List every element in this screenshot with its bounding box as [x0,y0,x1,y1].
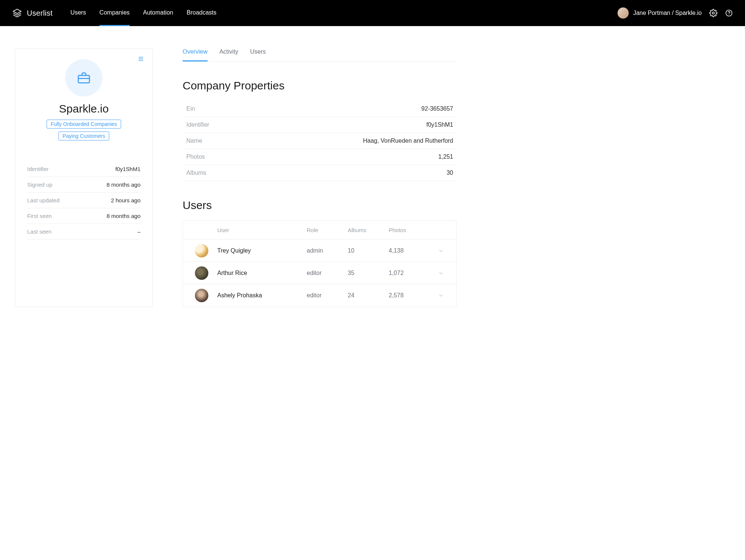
meta-label: First seen [27,213,52,219]
nav-automation[interactable]: Automation [143,0,173,26]
card-menu-button[interactable] [138,56,144,64]
property-value: f0y1ShM1 [426,121,453,128]
help-icon [725,9,733,17]
meta-row: Identifier f0y1ShM1 [27,161,141,177]
property-row: Identifier f0y1ShM1 [183,117,457,133]
user-role: editor [307,292,348,299]
company-avatar [27,59,141,97]
svg-rect-6 [78,75,89,83]
property-value: 1,251 [438,154,453,160]
tab-activity[interactable]: Activity [220,48,239,61]
tag-onboarded[interactable]: Fully Onboarded Companies [47,120,121,129]
col-albums: Albums [348,227,389,233]
property-value: 30 [446,170,453,176]
user-albums: 24 [348,292,389,299]
property-value: Haag, VonRueden and Rutherford [363,137,453,144]
nav-users[interactable]: Users [70,0,86,26]
company-tabs: Overview Activity Users [183,48,457,61]
company-name: Sparkle.io [27,102,141,115]
svg-point-2 [729,15,729,15]
nav-broadcasts[interactable]: Broadcasts [187,0,217,26]
users-table: User Role Albums Photos Trey Quigley adm… [183,221,457,307]
user-role: admin [307,247,348,254]
user-row[interactable]: Arthur Rice editor 35 1,072 [183,262,457,284]
expand-button[interactable] [430,248,452,254]
logo[interactable]: Userlist [12,8,53,18]
meta-value: 8 months ago [107,213,141,219]
tab-overview[interactable]: Overview [183,48,208,61]
gear-icon [709,9,717,17]
expand-button[interactable] [430,270,452,276]
meta-label: Last updated [27,197,60,203]
tag-paying[interactable]: Paying Customers [59,132,109,140]
meta-label: Identifier [27,166,49,172]
user-row[interactable]: Trey Quigley admin 10 4,138 [183,240,457,262]
avatar-icon [618,7,629,19]
svg-point-0 [712,12,714,14]
property-label: Albums [186,170,206,176]
brand-name: Userlist [27,9,53,18]
properties-title: Company Properties [183,79,457,92]
chevron-down-icon [438,248,444,254]
user-photos: 2,578 [389,292,430,299]
col-user: User [217,227,307,233]
properties-list: Ein 92-3653657 Identifier f0y1ShM1 Name … [183,101,457,181]
current-user-text: Jane Portman / Sparkle.io [633,10,702,16]
meta-value: f0y1ShM1 [115,166,141,172]
top-nav: Userlist Users Companies Automation Broa… [0,0,745,26]
meta-value: 2 hours ago [111,197,141,203]
property-row: Photos 1,251 [183,149,457,165]
property-row: Ein 92-3653657 [183,101,457,117]
user-photos: 1,072 [389,270,430,276]
meta-label: Last seen [27,228,51,235]
avatar-icon [195,289,208,302]
users-table-header: User Role Albums Photos [183,221,457,240]
user-name: Ashely Prohaska [217,292,307,299]
layers-icon [12,8,22,18]
nav-companies[interactable]: Companies [100,0,130,26]
nav-right: Jane Portman / Sparkle.io [618,7,733,19]
avatar-icon [195,244,208,257]
property-row: Albums 30 [183,165,457,181]
col-role: Role [307,227,348,233]
meta-row: Last updated 2 hours ago [27,193,141,208]
user-row[interactable]: Ashely Prohaska editor 24 2,578 [183,284,457,307]
col-photos: Photos [389,227,430,233]
company-meta: Identifier f0y1ShM1 Signed up 8 months a… [27,161,141,240]
expand-button[interactable] [430,292,452,298]
chevron-down-icon [438,292,444,298]
user-albums: 10 [348,247,389,254]
tab-users[interactable]: Users [250,48,266,61]
main-content: Overview Activity Users Company Properti… [183,48,457,307]
menu-icon [138,56,144,62]
property-value: 92-3653657 [422,105,453,112]
settings-button[interactable] [709,9,717,17]
user-albums: 35 [348,270,389,276]
meta-label: Signed up [27,181,53,188]
property-label: Ein [186,105,195,112]
user-photos: 4,138 [389,247,430,254]
meta-row: Signed up 8 months ago [27,177,141,193]
property-label: Name [186,137,202,144]
avatar-icon [195,266,208,280]
help-button[interactable] [725,9,733,17]
briefcase-icon [76,70,91,85]
users-title: Users [183,199,457,212]
user-name: Arthur Rice [217,270,307,276]
meta-value: – [138,228,141,235]
property-label: Identifier [186,121,209,128]
company-tags: Fully Onboarded Companies Paying Custome… [27,120,141,140]
chevron-down-icon [438,270,444,276]
current-user-badge[interactable]: Jane Portman / Sparkle.io [618,7,702,19]
nav-links: Users Companies Automation Broadcasts [70,0,217,26]
property-label: Photos [186,154,205,160]
user-name: Trey Quigley [217,247,307,254]
company-card: Sparkle.io Fully Onboarded Companies Pay… [15,48,153,307]
meta-row: First seen 8 months ago [27,208,141,224]
meta-value: 8 months ago [107,181,141,188]
meta-row: Last seen – [27,224,141,240]
user-role: editor [307,270,348,276]
property-row: Name Haag, VonRueden and Rutherford [183,133,457,149]
